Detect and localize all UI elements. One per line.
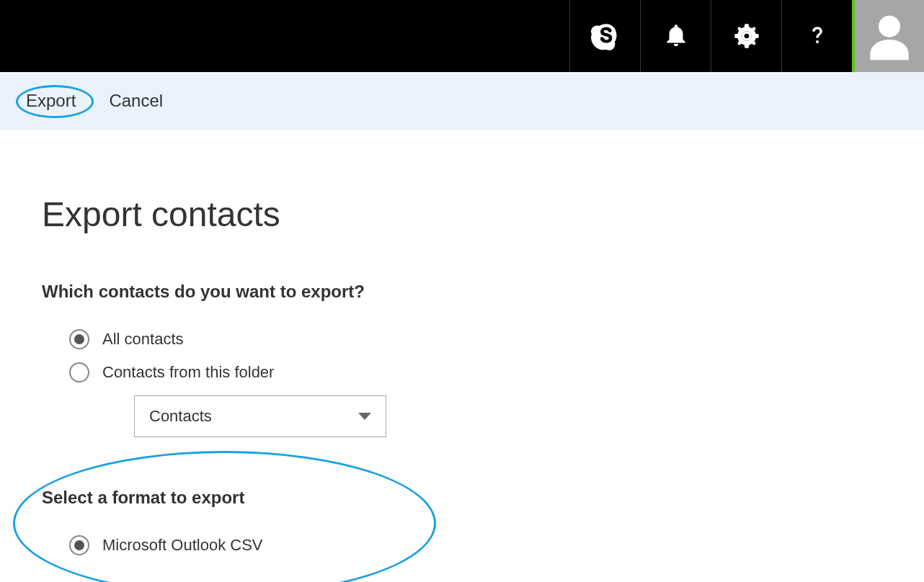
radio-row-folder-contacts: Contacts from this folder xyxy=(69,362,924,382)
skype-icon xyxy=(591,22,620,50)
settings-button[interactable] xyxy=(711,0,781,72)
highlight-oval-radios xyxy=(13,451,436,582)
command-bar: Export Cancel xyxy=(0,72,924,130)
export-button[interactable]: Export xyxy=(26,91,76,111)
cancel-button[interactable]: Cancel xyxy=(109,91,163,111)
radio-all-contacts-label: All contacts xyxy=(102,330,184,349)
radio-folder-contacts-label: Contacts from this folder xyxy=(102,363,274,382)
bell-icon xyxy=(662,22,690,50)
folder-dropdown-selected: Contacts xyxy=(149,407,212,426)
question-which-contacts: Which contacts do you want to export? xyxy=(42,282,924,302)
format-selection-group: Microsoft Outlook CSV xyxy=(69,535,924,555)
chevron-down-icon xyxy=(358,413,371,420)
radio-folder-contacts[interactable] xyxy=(69,362,89,382)
export-button-label: Export xyxy=(26,91,76,110)
radio-selected-dot xyxy=(74,540,84,550)
gear-icon xyxy=(732,22,761,50)
help-button[interactable] xyxy=(781,0,852,72)
notifications-button[interactable] xyxy=(640,0,711,72)
radio-row-all-contacts: All contacts xyxy=(69,329,924,349)
top-bar xyxy=(0,0,924,72)
radio-outlook-csv-label: Microsoft Outlook CSV xyxy=(102,536,263,555)
folder-dropdown[interactable]: Contacts xyxy=(134,395,386,437)
radio-outlook-csv[interactable] xyxy=(69,535,89,555)
profile-button[interactable] xyxy=(852,0,924,72)
skype-button[interactable] xyxy=(569,0,640,72)
radio-all-contacts[interactable] xyxy=(69,329,89,349)
help-icon xyxy=(804,22,831,50)
profile-icon xyxy=(861,7,918,65)
svg-point-0 xyxy=(879,16,900,37)
radio-row-outlook-csv: Microsoft Outlook CSV xyxy=(69,535,924,555)
page-title: Export contacts xyxy=(42,194,924,234)
radio-selected-dot xyxy=(74,334,84,344)
contact-selection-group: All contacts Contacts from this folder C… xyxy=(69,329,924,437)
content-area: Export contacts Which contacts do you wa… xyxy=(0,130,924,555)
question-format: Select a format to export xyxy=(42,488,924,508)
